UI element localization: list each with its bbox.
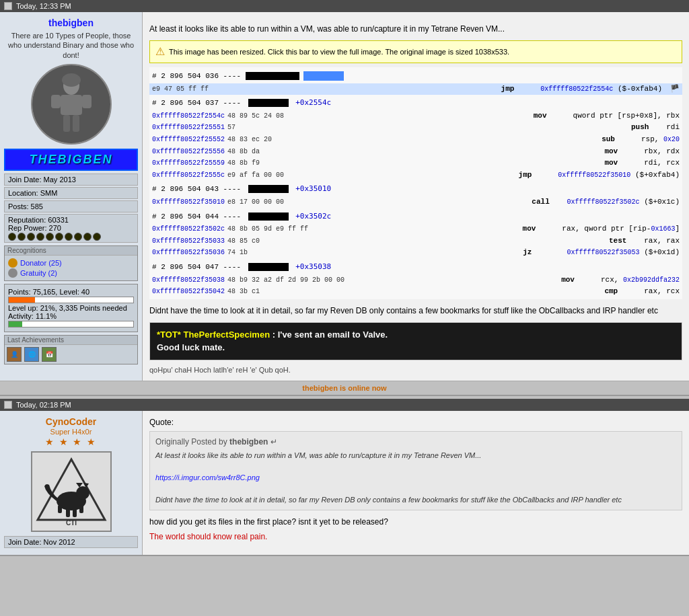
post2-avatar: CTI	[31, 451, 112, 532]
svg-rect-3	[61, 95, 82, 115]
quote-line2: Good luck mate.	[157, 342, 225, 352]
post1-tagline: There are 10 Types of People, those who …	[4, 31, 138, 60]
code-4-1: 0xfffff80522f3502c 48 8b 05 9d e9 ff ff …	[149, 223, 682, 235]
warning-icon: ⚠	[155, 44, 165, 60]
rep-dot-5	[46, 233, 54, 241]
code-5-1: 0xfffff80522f35038 48 b9 32 a2 df 2d 99 …	[149, 274, 682, 286]
post2-content: Quote: Originally Posted by thebigben ↵ …	[143, 411, 689, 555]
activity-bar-outer	[8, 321, 134, 328]
points-label: Points: 75,165, Level: 40	[8, 288, 134, 296]
post2-body: CynoCoder Super H4x0r ★ ★ ★ ★	[0, 411, 689, 555]
donator-link[interactable]: Donator (25)	[20, 259, 62, 267]
achievements-title: Last Achievements	[5, 336, 137, 345]
code-2-4: 0xfffff80522f25556 48 8b da mov rbx, rdx	[149, 146, 682, 158]
rep-dot-8	[74, 233, 82, 241]
post1-reputation: Reputation: 60331 Rep Power: 270	[4, 214, 138, 243]
post1-header: Today, 12:33 PM	[0, 0, 689, 12]
gratuity-recognition: Gratuity (2)	[8, 268, 134, 278]
code-line-1-1: e9 47 05 ff ff jmp 0xfffff80522f2554c ($…	[149, 83, 682, 95]
rep-dot-6	[55, 233, 63, 241]
achievement-3: 📅	[42, 347, 57, 362]
svg-rect-5	[82, 95, 92, 108]
rep-dot-7	[65, 233, 73, 241]
code-3-1: 0xfffff80522f35010 e8 17 00 00 00 call 0…	[149, 196, 682, 208]
post2-avatar-svg: CTI	[32, 453, 110, 531]
post1-body: thebigben There are 10 Types of People, …	[0, 12, 689, 381]
code-block: # 2 896 504 036 ---- e9 47 05 ff ff jmp …	[149, 67, 682, 299]
svg-rect-12	[66, 508, 70, 517]
code-section-3-header: # 2 896 504 043 ---- +0x35010	[152, 183, 682, 196]
achievements-content: 👤 🌐 📅	[5, 345, 137, 364]
post1-intro: At least it looks like its able to run w…	[149, 23, 682, 35]
donator-recognition: Donator (25)	[8, 258, 134, 268]
post1-header-icon	[4, 2, 12, 10]
svg-rect-4	[51, 95, 61, 108]
blue-bar-1	[303, 71, 344, 81]
rep-dot-3	[27, 233, 35, 241]
post1-posts: Posts: 585	[4, 200, 138, 213]
svg-rect-15	[79, 505, 83, 513]
resize-notice[interactable]: ⚠ This image has been resized. Click thi…	[149, 40, 682, 63]
rep-dot-1	[8, 233, 16, 241]
achievement-1: 👤	[7, 347, 22, 362]
post2-quote-text: At least it looks like its able to run w…	[155, 450, 676, 506]
svg-rect-14	[58, 505, 62, 513]
code-4-3: 0xfffff80522f35036 74 1b jz 0xfffff80522…	[149, 247, 682, 259]
svg-rect-7	[73, 115, 79, 132]
recognitions-content: Donator (25) Gratuity (2)	[5, 256, 137, 280]
levelup-bar-inner	[9, 297, 35, 303]
post1-username[interactable]: thebigben	[48, 17, 94, 28]
achievement-2: 🌐	[24, 347, 39, 362]
code-section-2-header: # 2 896 504 037 ---- +0x2554c	[152, 97, 682, 110]
points-box: Points: 75,165, Level: 40 Level up: 21%,…	[4, 284, 138, 332]
gratuity-link[interactable]: Gratuity (2)	[20, 269, 57, 277]
levelup-label: Level up: 21%, 3,335 Points needed	[8, 304, 134, 312]
code-section-4-header: # 2 896 504 044 ---- +0x3502c	[152, 210, 682, 223]
redacted-bar-5	[248, 263, 289, 271]
code-2-6: 0xfffff80522f2555c e9 af fa 00 00 jmp 0x…	[149, 169, 682, 182]
svg-point-11	[76, 486, 89, 500]
post2-quote-link[interactable]: https://i.imgur.com/sw4rr8C.png	[155, 473, 260, 482]
achievements-box: Last Achievements 👤 🌐 📅	[4, 335, 138, 364]
code-section-1-header: # 2 896 504 036 ----	[152, 71, 682, 83]
code-4-2: 0xfffff80522f35033 48 85 c0 test rax, ra…	[149, 235, 682, 247]
rep-dot-10	[93, 233, 101, 241]
post2-header: Today, 02:18 PM	[0, 399, 689, 411]
code-2-1: 0xfffff80522f2554c 48 89 5c 24 08 mov qw…	[149, 110, 682, 122]
redacted-bar-2	[248, 99, 289, 107]
post1-body-text: Didnt have the time to look at it in det…	[149, 305, 682, 317]
recognitions-box: Recognitions Donator (25) Gratuity (2	[4, 245, 138, 281]
post2-header-icon	[4, 401, 12, 409]
rep-dot-2	[17, 233, 26, 241]
gratuity-icon	[8, 268, 17, 278]
post2-username[interactable]: CynoCoder	[46, 416, 96, 427]
recognitions-title: Recognitions	[5, 246, 137, 256]
post1-location: Location: SMM	[4, 187, 138, 199]
quote-speaker: *TOT* ThePerfectSpecimen	[157, 330, 270, 340]
redacted-bar-1	[246, 72, 299, 80]
resize-notice-text: This image has been resized. Click this …	[169, 46, 509, 58]
post1-join-date: Join Date: May 2013	[4, 174, 138, 186]
post-1: Today, 12:33 PM thebigben There are 10 T…	[0, 0, 689, 396]
post2-sidebar: CynoCoder Super H4x0r ★ ★ ★ ★	[0, 411, 143, 555]
post2-question: how did you get its files in the first p…	[149, 516, 682, 528]
post1-header-date: Today, 12:33 PM	[16, 2, 71, 10]
activity-bar-inner	[9, 321, 22, 327]
post-2: Today, 02:18 PM CynoCoder Super H4x0r ★ …	[0, 399, 689, 556]
code-section-5-header: # 2 896 504 047 ---- +0x35038	[152, 261, 682, 274]
post1-avatar-img	[32, 65, 110, 143]
post1-avatar	[31, 64, 112, 145]
code-2-2: 0xfffff80522f25551 57 push rdi	[149, 122, 682, 134]
redacted-bar-4	[248, 213, 289, 221]
rep-dots	[8, 233, 134, 241]
quote-label: Quote:	[149, 416, 682, 428]
post2-join-date: Join Date: Nov 2012	[4, 536, 138, 548]
post2-stars: ★ ★ ★ ★	[4, 436, 138, 447]
post2-red-text: The world should know real pain.	[149, 531, 682, 543]
post1-quote-box: *TOT* ThePerfectSpecimen : I've sent an …	[149, 322, 682, 360]
post2-quote-box: Originally Posted by thebigben ↵ At leas…	[149, 431, 682, 510]
svg-rect-13	[73, 508, 77, 517]
code-2-3: 0xfffff80522f25552 48 83 ec 20 sub rsp, …	[149, 134, 682, 146]
klingon-text: qoHpu' chaH Hoch latlh'e' reH 'e' Qub qo…	[149, 364, 682, 376]
quote-colon: :	[273, 330, 278, 340]
